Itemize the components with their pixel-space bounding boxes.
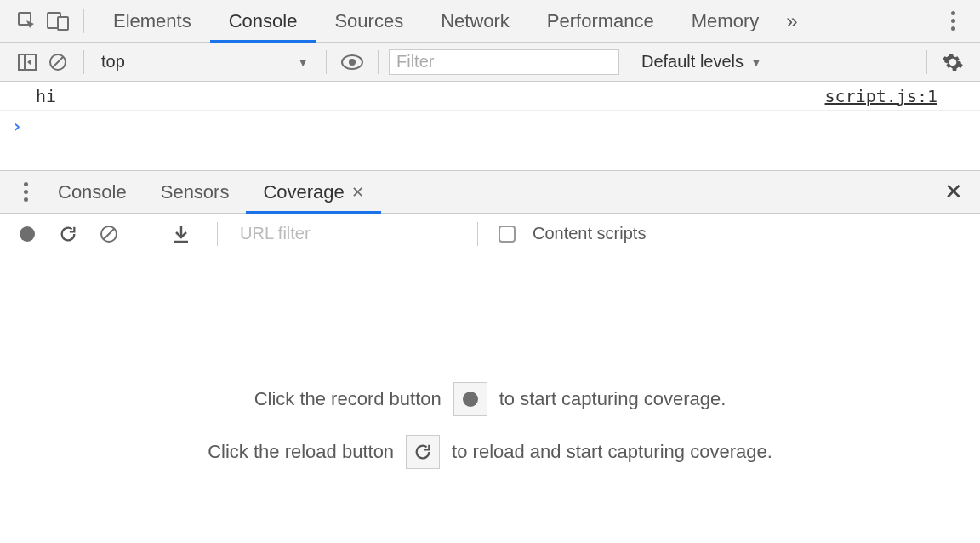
separator [83,9,84,33]
console-toolbar: top ▼ Default levels ▼ [0,43,980,82]
separator [217,222,218,246]
console-sidebar-toggle-icon[interactable] [12,47,43,77]
hint-text: to start capturing coverage. [499,388,726,410]
close-tab-icon[interactable]: ✕ [351,183,364,202]
console-prompt[interactable]: › [0,111,980,138]
svg-point-9 [463,392,478,407]
separator [83,50,84,74]
separator [477,222,478,246]
devtools-tabbar: Elements Console Sources Network Perform… [0,0,980,43]
inspect-icon[interactable] [12,6,43,37]
coverage-toolbar: Content scripts [0,214,980,254]
tab-memory[interactable]: Memory [673,0,778,43]
reload-button[interactable] [53,219,83,249]
drawer-tab-label: Coverage [263,181,344,203]
drawer-more-button[interactable] [10,177,41,208]
coverage-empty-state: Click the record button to start capturi… [0,254,980,469]
device-toggle-icon[interactable] [43,6,73,37]
more-menu-button[interactable] [937,6,968,37]
console-log-row: hi script.js:1 [0,82,980,111]
reload-icon [413,443,432,461]
separator [145,222,145,246]
kebab-icon [943,11,963,31]
hint-text: Click the record button [254,388,442,410]
tab-console[interactable]: Console [210,0,316,43]
console-output: hi script.js:1 › [0,82,980,138]
drawer-tab-coverage[interactable]: Coverage ✕ [246,171,380,214]
close-drawer-button[interactable]: ✕ [944,179,963,205]
context-selector[interactable]: top ▼ [94,52,316,71]
coverage-url-filter[interactable] [238,221,457,247]
clear-console-icon[interactable] [43,47,73,77]
console-log-text: hi [9,86,56,106]
hint-reload-button[interactable] [406,435,440,469]
filter-input[interactable] [389,49,619,75]
drawer: Console Sensors Coverage ✕ ✕ [0,170,980,469]
separator [378,50,379,74]
coverage-hint-record: Click the record button to start capturi… [254,382,726,416]
drawer-tab-console[interactable]: Console [41,171,144,214]
chevron-down-icon: ▼ [750,55,762,69]
content-scripts-label: Content scripts [533,224,646,243]
record-icon [462,391,479,408]
content-scripts-checkbox[interactable] [499,226,516,243]
record-icon [19,226,36,243]
drawer-tab-sensors[interactable]: Sensors [144,171,247,214]
context-label: top [101,52,125,71]
log-levels-label: Default levels [641,52,744,71]
coverage-hint-reload: Click the reload button to reload and st… [208,435,772,469]
svg-point-6 [349,59,356,66]
hint-text: to reload and start capturing coverage. [452,441,772,463]
clear-coverage-icon[interactable] [94,219,124,249]
live-expression-icon[interactable] [337,47,368,77]
separator [326,50,327,74]
gear-icon [942,51,964,73]
log-levels-selector[interactable]: Default levels ▼ [633,52,771,71]
reload-icon [59,225,77,243]
record-button[interactable] [12,219,43,249]
chevron-down-icon: ▼ [297,55,309,69]
tab-performance[interactable]: Performance [528,0,673,43]
svg-point-7 [20,226,35,242]
separator [926,50,927,74]
export-coverage-icon[interactable] [166,219,197,249]
tabs-overflow-button[interactable]: » [778,0,806,43]
console-source-link[interactable]: script.js:1 [825,86,971,106]
kebab-icon [15,182,36,202]
drawer-tabbar: Console Sensors Coverage ✕ ✕ [0,171,980,214]
console-settings-button[interactable] [937,47,968,77]
svg-rect-2 [58,17,68,30]
tab-elements[interactable]: Elements [94,0,210,43]
hint-text: Click the reload button [208,441,394,463]
hint-record-button[interactable] [453,382,487,416]
tab-sources[interactable]: Sources [316,0,422,43]
tab-network[interactable]: Network [422,0,528,43]
